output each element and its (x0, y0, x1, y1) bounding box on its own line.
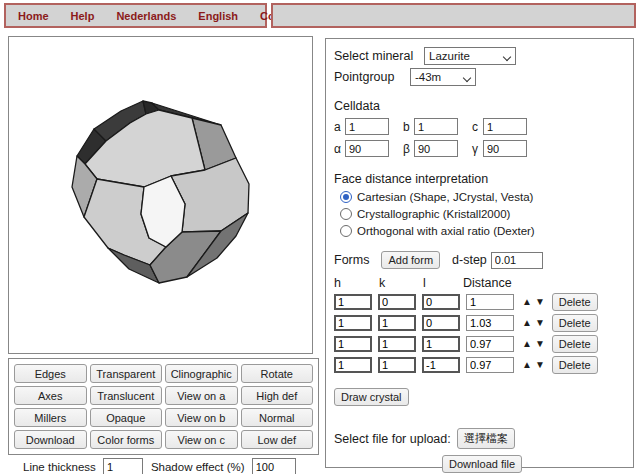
cell-label-γ: γ (472, 142, 483, 156)
mineral-row: Select mineral Lazurite (334, 47, 633, 65)
nav-item-help[interactable]: Help (71, 10, 95, 22)
l-input[interactable] (422, 315, 460, 331)
l-input[interactable] (422, 357, 460, 373)
move-down-button[interactable]: ▼ (535, 339, 545, 349)
k-input[interactable] (378, 315, 416, 331)
nav-item-home[interactable]: Home (18, 10, 49, 22)
mineral-select-value: Lazurite (429, 50, 470, 62)
view-button-translucent[interactable]: Translucent (90, 386, 163, 405)
view-button-edges[interactable]: Edges (14, 364, 87, 383)
distance-input[interactable] (466, 336, 514, 352)
h-input[interactable] (334, 315, 372, 331)
h-input[interactable] (334, 357, 372, 373)
line-settings-row: Line thickness Shadow effect (%) (23, 458, 318, 474)
view-button-transparent[interactable]: Transparent (90, 364, 163, 383)
choose-file-button[interactable]: 選擇檔案 (457, 428, 515, 449)
delete-button[interactable]: Delete (552, 335, 598, 353)
view-button-view-on-b[interactable]: View on b (165, 408, 238, 427)
d-step-input[interactable] (491, 252, 543, 269)
cell-input-a[interactable] (345, 118, 389, 135)
crystal-drawing-panel[interactable] (8, 36, 313, 354)
distance-input[interactable] (466, 357, 514, 373)
h-input[interactable] (334, 336, 372, 352)
add-form-button[interactable]: Add form (381, 251, 440, 269)
k-input[interactable] (378, 336, 416, 352)
nav-item-english[interactable]: English (198, 10, 238, 22)
line-thickness-label: Line thickness (23, 461, 96, 473)
download-file-button[interactable]: Download file (442, 455, 522, 473)
pointgroup-select[interactable]: -43m (410, 68, 476, 86)
pointgroup-select-value: -43m (415, 71, 441, 83)
view-button-normal[interactable]: Normal (241, 408, 314, 427)
forms-header-row: Forms Add form d-step (334, 251, 633, 269)
face-distance-title: Face distance interpretation (334, 172, 633, 186)
l-column-header: l (423, 276, 463, 290)
view-button-color-forms[interactable]: Color forms (90, 430, 163, 449)
line-thickness-input[interactable] (103, 458, 143, 474)
upload-row: Select file for upload: 選擇檔案 (334, 428, 633, 449)
cell-label-β: β (403, 142, 414, 156)
shadow-effect-input[interactable] (252, 458, 296, 474)
move-up-button[interactable]: ▲ (522, 339, 532, 349)
move-up-button[interactable]: ▲ (522, 297, 532, 307)
cell-input-α[interactable] (345, 140, 389, 157)
distance-input[interactable] (466, 294, 514, 310)
draw-crystal-button[interactable]: Draw crystal (334, 388, 409, 406)
delete-button[interactable]: Delete (552, 356, 598, 374)
forms-label: Forms (334, 253, 369, 267)
table-row: ▲▼Delete (334, 293, 633, 311)
celldata-title: Celldata (334, 99, 633, 113)
select-mineral-label: Select mineral (334, 49, 424, 63)
k-input[interactable] (378, 357, 416, 373)
move-down-button[interactable]: ▼ (535, 318, 545, 328)
radio-option-crystallographic-kristall2000[interactable]: Crystallographic (Kristall2000) (340, 208, 633, 220)
cell-field-a: a (334, 118, 389, 135)
view-button-view-on-c[interactable]: View on c (165, 430, 238, 449)
radio-button[interactable] (340, 225, 352, 237)
view-button-opaque[interactable]: Opaque (90, 408, 163, 427)
nav-item-nederlands[interactable]: Nederlands (116, 10, 176, 22)
pointgroup-row: Pointgroup -43m (334, 68, 633, 86)
k-input[interactable] (378, 294, 416, 310)
shadow-effect-label: Shadow effect (%) (151, 461, 245, 473)
face-distance-options: Cartesian (Shape, JCrystal, Vesta)Crysta… (334, 191, 633, 237)
radio-button[interactable] (340, 208, 352, 220)
view-button-view-on-a[interactable]: View on a (165, 386, 238, 405)
view-button-millers[interactable]: Millers (14, 408, 87, 427)
cell-input-β[interactable] (414, 140, 458, 157)
forms-table-headers: hklDistance (334, 276, 633, 290)
cell-input-b[interactable] (414, 118, 458, 135)
move-down-button[interactable]: ▼ (535, 297, 545, 307)
crystal-render (9, 37, 312, 353)
move-down-button[interactable]: ▼ (535, 360, 545, 370)
h-input[interactable] (334, 294, 372, 310)
crystal-app-page: HomeHelpNederlandsEnglishContact EdgesTr… (0, 0, 640, 474)
view-button-high-def[interactable]: High def (241, 386, 314, 405)
table-row: ▲▼Delete (334, 314, 633, 332)
delete-button[interactable]: Delete (552, 314, 598, 332)
view-button-download[interactable]: Download (14, 430, 87, 449)
k-column-header: k (379, 276, 423, 290)
move-up-button[interactable]: ▲ (522, 360, 532, 370)
radio-button[interactable] (340, 191, 352, 203)
distance-input[interactable] (466, 315, 514, 331)
view-button-rotate[interactable]: Rotate (241, 364, 314, 383)
l-input[interactable] (422, 294, 460, 310)
delete-button[interactable]: Delete (552, 293, 598, 311)
view-button-clinographic[interactable]: Clinographic (165, 364, 238, 383)
h-column-header: h (334, 276, 379, 290)
radio-option-cartesian-shape-jcrystal-vesta[interactable]: Cartesian (Shape, JCrystal, Vesta) (340, 191, 633, 203)
view-buttons-grid: EdgesTransparentClinographicRotateAxesTr… (9, 359, 318, 449)
view-button-low-def[interactable]: Low def (241, 430, 314, 449)
cell-input-c[interactable] (483, 118, 527, 135)
l-input[interactable] (422, 336, 460, 352)
cell-field-γ: γ (472, 140, 527, 157)
radio-option-label: Cartesian (Shape, JCrystal, Vesta) (357, 191, 533, 203)
cell-input-γ[interactable] (483, 140, 527, 157)
view-button-axes[interactable]: Axes (14, 386, 87, 405)
upload-label: Select file for upload: (334, 432, 451, 446)
radio-option-orthogonal-with-axial-ratio-dexter[interactable]: Orthogonal with axial ratio (Dexter) (340, 225, 633, 237)
forms-table: ▲▼Delete▲▼Delete▲▼Delete▲▼Delete (334, 293, 633, 374)
move-up-button[interactable]: ▲ (522, 318, 532, 328)
mineral-select[interactable]: Lazurite (424, 47, 516, 65)
